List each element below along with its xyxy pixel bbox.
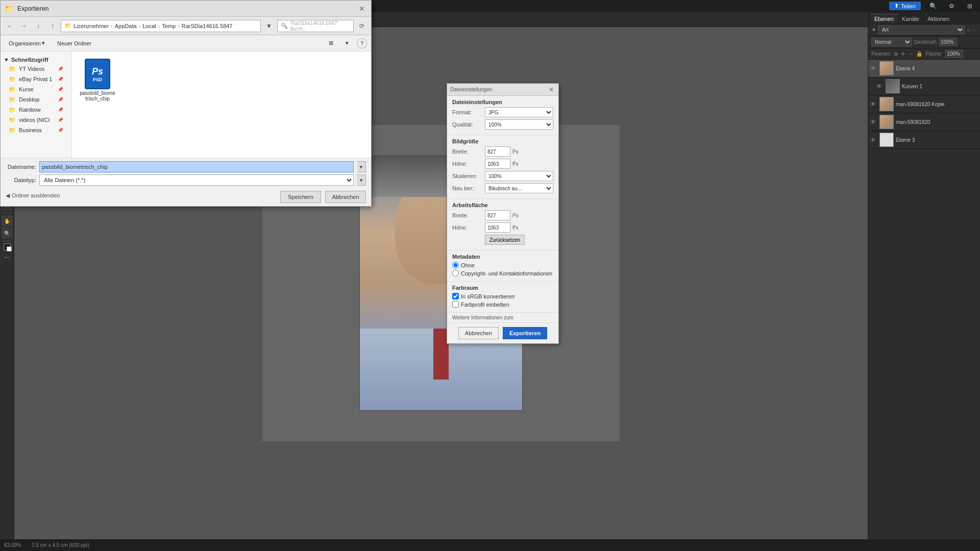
filter-icon: ▼	[871, 27, 876, 33]
layer-eye-kopie[interactable]: 👁	[870, 101, 877, 107]
nav-dropdown-btn[interactable]: ▼	[263, 20, 275, 32]
sidebar-item-ebay[interactable]: 📁 eBay Privat 1 📌	[1, 74, 71, 84]
nav-up-btn[interactable]: ↑	[46, 20, 59, 32]
nav-refresh-btn[interactable]: ⟳	[356, 20, 368, 32]
folder-toggle[interactable]: ◀ Ordner ausblenden	[6, 191, 60, 200]
flaeche-input[interactable]	[945, 50, 963, 58]
srgb-checkbox[interactable]	[452, 293, 459, 299]
sidebar-item-yt-videos[interactable]: 📁 YT Videos 📌	[1, 64, 71, 74]
layer-item-ebene3[interactable]: 👁 Ebene 3	[868, 131, 980, 149]
filter-options[interactable]: ···	[972, 27, 977, 33]
blend-mode-select[interactable]: Normal	[871, 38, 912, 46]
search-placeholder: 'RarSDia14616.5847' durch...	[290, 20, 350, 32]
chevron-left-icon: ◀	[6, 192, 10, 199]
fixieren-pos[interactable]: ⊕	[894, 51, 898, 57]
dialog-footer-row: ◀ Ordner ausblenden Speichern Abbrechen	[6, 188, 366, 203]
arrange-btn[interactable]: ⊞	[964, 0, 976, 12]
fg-color[interactable]	[4, 243, 11, 251]
folder-icon-business: 📁	[9, 127, 16, 134]
dialog-folder-icon: 📁	[5, 5, 13, 13]
cancel-button[interactable]: Abbrechen	[325, 191, 366, 203]
layer-eye-ebene3[interactable]: 👁	[870, 137, 877, 143]
filter-toggle[interactable]: ○	[967, 27, 970, 33]
fixieren-all[interactable]: 🔒	[916, 51, 922, 57]
layer-item-ebene4[interactable]: 👁 Ebene 4	[868, 60, 980, 78]
af-width-input[interactable]	[485, 210, 510, 220]
tab-aktionen[interactable]: Aktionen	[923, 14, 953, 23]
layer-eye-ebene4[interactable]: 👁	[870, 65, 877, 71]
sidebar-item-desktop[interactable]: 📁 Desktop 📌	[1, 94, 71, 105]
tab-kanaele[interactable]: Kanäle	[898, 14, 923, 23]
sidebar-item-videos[interactable]: 📁 videos (NICI 📌	[1, 115, 71, 125]
nav-path-bar[interactable]: 📁 Lizenznehmer › AppData › Local › Temp …	[61, 20, 261, 32]
fixieren-move[interactable]: ✛	[901, 51, 905, 57]
layers-filter-select[interactable]: Art	[878, 26, 965, 34]
settings-export-btn[interactable]: Exportieren	[503, 327, 547, 339]
settings-cancel-btn[interactable]: Abbrechen	[458, 327, 499, 339]
farbprofil-checkbox[interactable]	[452, 301, 459, 308]
metadaten-ohne-radio[interactable]	[452, 262, 459, 268]
layer-item-kurven1[interactable]: 👁 Kurven 1	[868, 78, 980, 95]
height-label: Höhe:	[452, 161, 483, 167]
path-sep-4: ›	[178, 23, 180, 29]
pin-icon-videos: 📌	[58, 117, 63, 122]
folder-icon-rainbow: 📁	[9, 106, 16, 113]
height-input[interactable]	[485, 159, 510, 169]
share-button[interactable]: ⬆ Teilen	[889, 2, 921, 10]
arbeitsflaeche-title: Arbeitsfläche	[452, 202, 553, 208]
save-button[interactable]: Speichern	[280, 191, 321, 203]
format-select[interactable]: JPG	[485, 107, 553, 117]
nav-down-btn[interactable]: ↓	[32, 20, 44, 32]
organise-btn[interactable]: Organisieren ▾	[5, 38, 49, 49]
export-dialog-titlebar: 📁 Exportieren ✕	[1, 1, 371, 17]
sidebar-item-rainbow[interactable]: 📁 Rainbow 📌	[1, 105, 71, 115]
help-btn[interactable]: ?	[357, 38, 367, 48]
sidebar-label-rainbow: Rainbow	[19, 107, 41, 113]
export-dialog-close[interactable]: ✕	[357, 4, 367, 14]
filetype-select[interactable]: Alle Dateien (*.*)	[39, 174, 354, 186]
new-folder-btn[interactable]: Neuer Ordner	[53, 38, 95, 49]
layer-name-kopie: man-59081920 Kopie	[896, 102, 978, 107]
layer-item-man[interactable]: 👁 man-59081920	[868, 113, 980, 131]
sidebar-item-business[interactable]: 📁 Business 📌	[1, 125, 71, 135]
hand-tool[interactable]: ✋	[2, 215, 13, 227]
filetype-dropdown[interactable]: ▼	[357, 174, 366, 186]
nav-forward-btn[interactable]: →	[18, 20, 30, 32]
search-btn[interactable]: 🔍	[927, 0, 939, 12]
deckkraft-input[interactable]	[939, 38, 957, 46]
folder-icon-yt: 📁	[9, 65, 16, 72]
settings-btn[interactable]: ⚙	[945, 0, 958, 12]
af-height-input[interactable]	[485, 222, 510, 233]
view-size-btn[interactable]: ▾	[341, 38, 353, 49]
layer-eye-man[interactable]: 👁	[870, 119, 877, 125]
layer-item-kopie[interactable]: 👁 man-59081920 Kopie	[868, 95, 980, 113]
layer-thumb-man	[879, 115, 894, 129]
quality-select[interactable]: 100%	[485, 119, 553, 130]
nav-back-btn[interactable]: ←	[4, 20, 16, 32]
reset-button[interactable]: Zurücksetzen	[485, 235, 525, 245]
layer-eye-kurven1[interactable]: 👁	[876, 83, 884, 89]
skalieren-select[interactable]: 100%	[485, 171, 553, 181]
view-toggle-btn[interactable]: ⊞	[325, 38, 337, 49]
width-input[interactable]	[485, 146, 510, 157]
path-seg-temp: Temp	[162, 23, 176, 29]
layer-name-kurven1: Kurven 1	[902, 84, 978, 89]
settings-close-btn[interactable]: ✕	[547, 86, 555, 94]
filename-dropdown[interactable]: ▼	[357, 161, 366, 172]
folder-toggle-label: Ordner ausblenden	[12, 192, 60, 198]
zoom-tool[interactable]: 🔍	[2, 228, 13, 239]
settings-dialog-title-text: Dateieinstellungen	[450, 87, 492, 92]
metadaten-copyright-radio[interactable]	[452, 270, 459, 277]
sidebar-section-header[interactable]: ▼ Schnellzugriff	[1, 56, 71, 64]
dateieinstellungen-title: Dateieinstellungen	[452, 99, 553, 105]
filename-input[interactable]	[39, 161, 354, 172]
file-name-label: passbild_biometrisch_chip	[79, 90, 116, 102]
sidebar-item-kurse[interactable]: 📁 Kurse 📌	[1, 84, 71, 94]
fixieren-scale[interactable]: ↔	[908, 51, 913, 57]
tab-ebenen[interactable]: Ebenen	[870, 14, 898, 23]
dialog-file-toolbar: Organisieren ▾ Neuer Ordner ⊞ ▾ ?	[1, 35, 371, 52]
folder-icon-ebay: 📁	[9, 76, 16, 83]
neuber-select[interactable]: Bikubisch au...	[485, 183, 553, 193]
file-item-psd[interactable]: Ps PSD passbild_biometrisch_chip	[77, 57, 118, 104]
section-bildgroesse: Bildgröße Breite: Px Höhe: Px Skalieren:…	[447, 135, 558, 199]
